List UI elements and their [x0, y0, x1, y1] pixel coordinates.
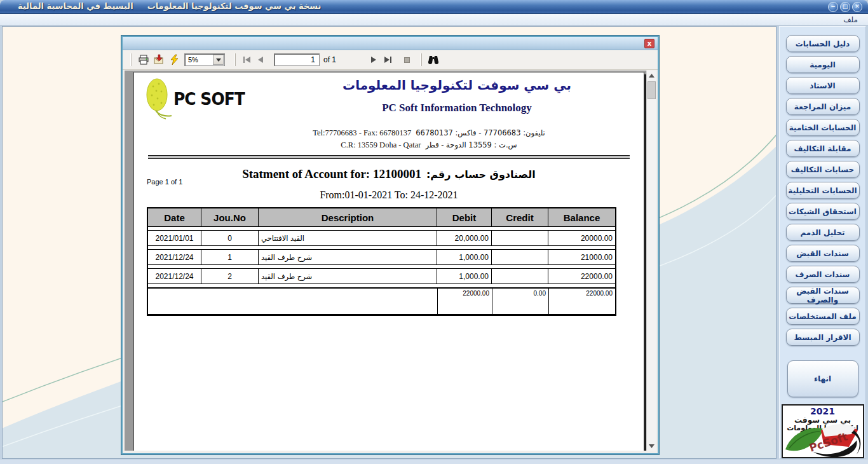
vertical-scrollbar[interactable]	[646, 71, 656, 451]
header-debit: Debit	[437, 208, 492, 226]
app-titlebar[interactable]: البسيط في المحاسبة المالية نسخة بي سي سو…	[0, 0, 868, 14]
sidebar-button-cheques-due[interactable]: استحقاق الشيكات	[786, 203, 860, 220]
sidebar-button-ledger[interactable]: الاستاذ	[786, 77, 860, 94]
pcsoft-flag-icon: PcSoft	[783, 419, 864, 457]
sidebar-button-simplified-declaration[interactable]: الاقرار المبسط	[786, 329, 860, 346]
toolbar-grip	[234, 53, 236, 66]
company-name-english: PC Soft Information Technology	[293, 102, 621, 114]
report-logo: PC SOFT	[143, 78, 245, 119]
table-totals-row: 22000.00 0.00 22000.00	[148, 287, 615, 314]
exit-button[interactable]: انهاء	[787, 360, 858, 397]
contact-line-registration: C.R: 13559 Doha - Qatar س.ت : 13559 الدو…	[229, 140, 628, 150]
sidebar-button-final-accounts[interactable]: الحسابات الختامية	[786, 119, 860, 136]
cell-description: القيد الافتتاحي	[259, 231, 437, 245]
cell-description: شرح طرف القيد	[259, 250, 437, 264]
last-page-button[interactable]	[381, 53, 395, 67]
app-title: البسيط في المحاسبة المالية نسخة بي سي سو…	[18, 1, 321, 11]
sidebar-button-extracts-file[interactable]: ملف المستخلصات	[786, 308, 860, 325]
status-strip	[0, 460, 868, 464]
search-button[interactable]	[426, 52, 441, 67]
sidebar-button-chart-of-accounts[interactable]: دليل الحسابات	[786, 35, 860, 52]
page-number-input[interactable]	[274, 53, 320, 66]
stop-button[interactable]	[400, 53, 414, 67]
sidebar-button-analytical-accounts[interactable]: الحسابات التحليلية	[786, 182, 860, 199]
printer-icon	[138, 54, 149, 65]
totals-spacer	[259, 289, 437, 314]
sidebar-button-trial-balance[interactable]: ميزان المراجعة	[786, 98, 860, 115]
sidebar-button-journal[interactable]: اليومية	[786, 56, 860, 73]
sidebar-button-receipt-payment-vouchers[interactable]: سندات القبض والصرف	[786, 287, 860, 304]
menu-file[interactable]: ملف	[843, 15, 858, 24]
app-title-primary: البسيط في المحاسبة المالية	[18, 1, 133, 11]
sidebar-button-cost-accounts[interactable]: حسابات التكاليف	[786, 161, 860, 178]
first-page-button[interactable]	[240, 53, 254, 67]
sidebar-button-cost-matching[interactable]: مقابلة التكاليف	[786, 140, 860, 157]
refresh-button[interactable]	[166, 52, 182, 67]
sidebar-button-receivables-analysis[interactable]: تحليل الذمم	[786, 224, 860, 241]
chevron-down-icon	[216, 58, 221, 62]
chevron-down-icon	[649, 444, 654, 448]
cell-debit: 1,000.00	[437, 269, 492, 283]
last-page-icon	[384, 57, 391, 63]
toolbar-grip	[420, 53, 422, 66]
main-canvas: x	[2, 26, 776, 459]
preview-toolbar: 5% of 1	[123, 50, 658, 70]
zoom-select[interactable]: 5%	[184, 53, 225, 66]
sidebar-button-receipt-vouchers[interactable]: سندات القبض	[786, 245, 860, 262]
chevron-up-icon	[649, 74, 654, 78]
preview-titlebar[interactable]: x	[123, 37, 658, 50]
sidebar-button-payment-vouchers[interactable]: سندات الصرف	[786, 266, 860, 283]
stop-icon	[404, 57, 410, 63]
header-credit: Credit	[492, 208, 548, 226]
cell-description: شرح طرف القيد	[259, 269, 437, 283]
header-balance: Balance	[548, 208, 615, 226]
cell-date: 2021/01/01	[148, 231, 201, 245]
previous-page-button[interactable]	[254, 53, 268, 67]
cell-date: 2021/12/24	[148, 250, 201, 264]
cell-credit	[492, 269, 548, 283]
export-icon	[153, 54, 165, 65]
cell-balance: 22000.00	[548, 269, 615, 283]
company-name-arabic: بي سي سوفت لتكنولوجيا المعلومات	[293, 78, 621, 93]
next-page-button[interactable]	[367, 53, 381, 67]
scrollbar-thumb[interactable]	[648, 81, 656, 99]
minimize-button[interactable]: −	[828, 2, 838, 12]
table-header-row: Date Jou.No Description Debit Credit Bal…	[148, 208, 615, 227]
close-button[interactable]: ✕	[852, 2, 862, 12]
scroll-up-button[interactable]	[647, 71, 656, 80]
cell-debit: 20,000.00	[437, 231, 492, 245]
zoom-dropdown-button[interactable]	[213, 55, 224, 65]
total-balance: 22000.00	[548, 289, 615, 314]
header-description: Description	[259, 208, 437, 226]
total-debit: 22000.00	[437, 289, 492, 314]
close-preview-button[interactable]: x	[644, 39, 654, 48]
export-button[interactable]	[151, 52, 166, 67]
totals-spacer	[201, 289, 259, 314]
report-title-english: Statment of Account for: 12100001	[242, 167, 421, 181]
preview-content: PC SOFT بي سي سوفت لتكنولوجيا المعلومات …	[125, 71, 656, 451]
report-title-arabic: الصنادوق حساب رقم:	[426, 168, 536, 181]
maximize-button[interactable]: □	[840, 2, 850, 12]
contact-line-phone: Tel:77706683 - Fax: 66780137 تليفون: 777…	[229, 128, 628, 138]
zoom-value: 5%	[185, 56, 198, 64]
cell-jou-no: 1	[201, 250, 259, 264]
app-title-secondary: نسخة بي سي سوفت لتكنولوجيا المعلومات	[147, 1, 322, 11]
table-row: 2021/12/24 2 شرح طرف القيد 1,000.00 2200…	[148, 268, 615, 284]
cell-date: 2021/12/24	[148, 269, 201, 283]
previous-page-icon	[258, 57, 263, 63]
sidebar-panel: دليل الحسابات اليومية الاستاذ ميزان المر…	[779, 26, 866, 459]
report-page: PC SOFT بي سي سوفت لتكنولوجيا المعلومات …	[133, 72, 644, 451]
report-page-number: Page 1 of 1	[147, 178, 182, 186]
scroll-down-button[interactable]	[647, 441, 656, 451]
menu-bar: ملف	[0, 14, 868, 26]
binoculars-icon	[428, 55, 439, 65]
cell-balance: 21000.00	[548, 250, 615, 264]
registration-english: C.R: 13559 Doha - Qatar	[341, 140, 421, 150]
pcsoft-corn-icon	[143, 78, 172, 119]
header-date: Date	[148, 208, 201, 226]
lightning-icon	[169, 54, 179, 65]
account-statement-table: Date Jou.No Description Debit Credit Bal…	[147, 207, 616, 316]
double-rule	[148, 155, 630, 159]
print-button[interactable]	[136, 52, 151, 67]
report-preview-window: x	[121, 36, 659, 454]
